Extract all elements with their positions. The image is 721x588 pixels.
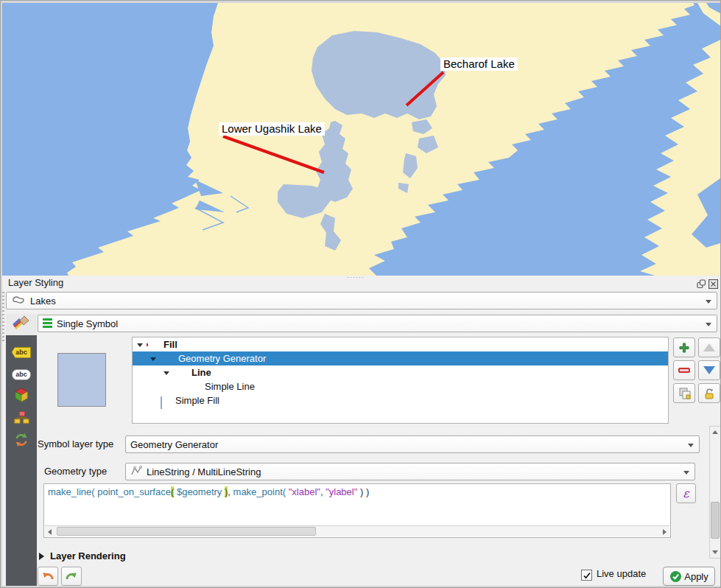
tree-row-fill[interactable]: Fill bbox=[133, 337, 668, 351]
sidebar-tab-history[interactable] bbox=[12, 433, 31, 449]
tree-row-label: Simple Line bbox=[205, 379, 255, 393]
expression-token: "xlabel" bbox=[289, 486, 320, 497]
expression-token: point_on_surface bbox=[97, 486, 171, 497]
tree-row-geometry-generator[interactable]: Geometry Generator bbox=[133, 351, 668, 365]
scroll-right-icon[interactable] bbox=[663, 529, 667, 535]
panel-title: Layer Styling bbox=[8, 277, 63, 288]
layer-styling-panel: ······ Layer Styling Lakes bbox=[2, 276, 720, 586]
expand-arrow-icon[interactable] bbox=[137, 343, 143, 347]
sidebar-tab-symbology[interactable] bbox=[6, 314, 37, 335]
geometry-type-label: Geometry type bbox=[44, 463, 107, 480]
plus-icon bbox=[678, 342, 690, 354]
tree-row-label: Fill bbox=[163, 337, 177, 351]
map-canvas[interactable]: Becharof Lake Lower Ugashik Lake bbox=[2, 3, 720, 276]
expression-editor[interactable]: make_line( point_on_surface( $geometry )… bbox=[43, 483, 671, 538]
close-panel-icon[interactable] bbox=[708, 279, 718, 288]
horizontal-scrollbar[interactable] bbox=[45, 525, 669, 536]
linestring-geometry-icon bbox=[130, 466, 142, 478]
lock-colors-button[interactable] bbox=[698, 383, 720, 403]
symbol-layer-type-combo[interactable]: Geometry Generator bbox=[125, 435, 700, 453]
expression-token: "ylabel" bbox=[326, 486, 357, 497]
single-symbol-icon bbox=[43, 318, 52, 330]
check-icon bbox=[583, 571, 591, 580]
map-label-becharof: Becharof Lake bbox=[440, 57, 518, 71]
scroll-down-icon[interactable] bbox=[712, 550, 718, 554]
undo-button[interactable] bbox=[38, 567, 58, 586]
tree-row-simple-fill[interactable]: Simple Fill bbox=[133, 393, 668, 407]
live-update-checkbox[interactable] bbox=[581, 570, 592, 581]
map-label-ugashik: Lower Ugashik Lake bbox=[219, 122, 325, 136]
layer-selector-combo[interactable]: Lakes bbox=[6, 292, 717, 309]
expression-token: make_point( bbox=[233, 486, 289, 497]
geometry-type-value: LineString / MultiLineString bbox=[147, 466, 261, 477]
sidebar-tab-labels[interactable]: abc bbox=[12, 344, 31, 360]
apply-label: Apply bbox=[684, 571, 708, 582]
apply-button[interactable]: Apply bbox=[663, 567, 715, 586]
labels-icon: abc bbox=[12, 347, 31, 358]
sidebar-tab-diagrams[interactable] bbox=[12, 411, 31, 427]
geometry-type-combo[interactable]: LineString / MultiLineString bbox=[125, 463, 695, 480]
history-icon bbox=[13, 432, 29, 451]
styling-sidebar: abc abc bbox=[6, 335, 37, 586]
layer-rendering-label: Layer Rendering bbox=[50, 550, 126, 561]
symbol-layer-type-value: Geometry Generator bbox=[130, 439, 218, 450]
tree-row-line[interactable]: Line bbox=[133, 365, 668, 379]
tree-row-label: Geometry Generator bbox=[178, 351, 266, 365]
add-symbol-layer-button[interactable] bbox=[673, 337, 695, 357]
expression-builder-button[interactable]: ε bbox=[676, 483, 696, 503]
callouts-icon: abc bbox=[12, 369, 31, 380]
scroll-left-icon[interactable] bbox=[48, 529, 52, 535]
polygon-layer-icon bbox=[11, 295, 26, 307]
paintbrush-icon bbox=[12, 315, 31, 335]
expression-code: make_line( point_on_surface( $geometry )… bbox=[48, 486, 369, 497]
down-arrow-icon bbox=[703, 366, 715, 374]
scrollbar-thumb[interactable] bbox=[57, 527, 316, 536]
open-lock-icon bbox=[703, 388, 715, 399]
live-update-label: Live update bbox=[597, 568, 646, 579]
map-svg bbox=[2, 3, 720, 276]
splitter-handle[interactable]: ······ bbox=[347, 276, 376, 279]
expression-token: , bbox=[228, 486, 233, 497]
chevron-down-icon bbox=[706, 323, 711, 326]
undo-icon bbox=[41, 570, 54, 582]
expression-token: make_line( bbox=[48, 486, 97, 497]
remove-symbol-layer-button[interactable] bbox=[673, 360, 695, 380]
qgis-window: Becharof Lake Lower Ugashik Lake ······ … bbox=[0, 0, 721, 588]
cube-3d-icon bbox=[13, 387, 29, 406]
symbol-preview bbox=[57, 353, 106, 407]
redo-icon bbox=[65, 570, 78, 582]
symbol-layer-type-label: Symbol layer type bbox=[38, 435, 113, 453]
up-arrow-icon bbox=[703, 343, 715, 351]
move-up-button[interactable] bbox=[698, 337, 720, 357]
scroll-up-icon[interactable] bbox=[712, 430, 718, 434]
vertical-scrollbar[interactable] bbox=[709, 426, 721, 559]
float-panel-icon[interactable] bbox=[697, 279, 706, 288]
expand-arrow-icon[interactable] bbox=[163, 371, 169, 375]
tree-row-label: Simple Fill bbox=[175, 393, 219, 407]
collapsed-arrow-icon bbox=[39, 553, 44, 560]
layer-rendering-section[interactable]: Layer Rendering bbox=[39, 550, 126, 561]
sidebar-tab-3d-view[interactable] bbox=[12, 388, 31, 405]
layer-selector-value: Lakes bbox=[30, 295, 56, 307]
duplicate-icon bbox=[678, 387, 691, 399]
tree-row-label: Line bbox=[191, 365, 211, 379]
diagram-icon bbox=[13, 410, 29, 429]
renderer-selector-combo[interactable]: Single Symbol bbox=[38, 315, 717, 332]
dock-handle[interactable] bbox=[2, 292, 4, 343]
move-down-button[interactable] bbox=[698, 360, 720, 380]
chevron-down-icon bbox=[706, 300, 711, 304]
renderer-selector-value: Single Symbol bbox=[57, 318, 118, 329]
scrollbar-thumb[interactable] bbox=[711, 502, 720, 539]
chevron-down-icon bbox=[683, 471, 689, 475]
expression-token: ) ) bbox=[357, 486, 369, 497]
symbol-layer-tree: Fill Geometry Generator Line Simple Line… bbox=[132, 337, 669, 424]
redo-button[interactable] bbox=[61, 567, 82, 586]
chevron-down-icon bbox=[688, 444, 694, 447]
expression-token: $geometry bbox=[177, 486, 222, 497]
expand-arrow-icon[interactable] bbox=[150, 357, 156, 361]
minus-icon bbox=[678, 368, 690, 373]
duplicate-symbol-layer-button[interactable] bbox=[673, 383, 695, 403]
tree-row-simple-line[interactable]: Simple Line bbox=[133, 379, 668, 393]
fill-symbol-icon bbox=[161, 396, 162, 410]
sidebar-tab-callouts[interactable]: abc bbox=[12, 366, 31, 382]
